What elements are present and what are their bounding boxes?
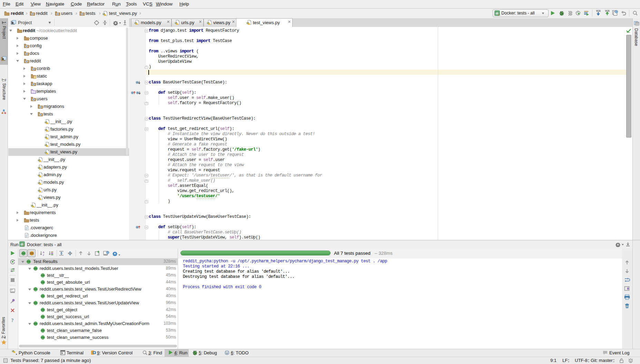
svg-text:OK: OK <box>34 323 38 325</box>
svg-text:OK: OK <box>41 309 45 311</box>
svg-text:z: z <box>43 253 44 256</box>
svg-text:OK: OK <box>27 261 31 263</box>
svg-text:OK: OK <box>34 302 38 304</box>
svg-text:OK: OK <box>41 274 45 276</box>
svg-text:VCS: VCS <box>596 10 601 12</box>
svg-text:OK: OK <box>34 288 38 290</box>
svg-text:OK: OK <box>34 267 38 270</box>
svg-text:OK: OK <box>41 336 45 338</box>
svg-text:OK: OK <box>22 252 26 254</box>
svg-text:OK: OK <box>41 295 45 297</box>
svg-text:OK: OK <box>41 281 45 283</box>
svg-text:OK: OK <box>41 316 45 318</box>
svg-text:OK: OK <box>41 330 45 332</box>
svg-text:?: ? <box>11 318 14 323</box>
